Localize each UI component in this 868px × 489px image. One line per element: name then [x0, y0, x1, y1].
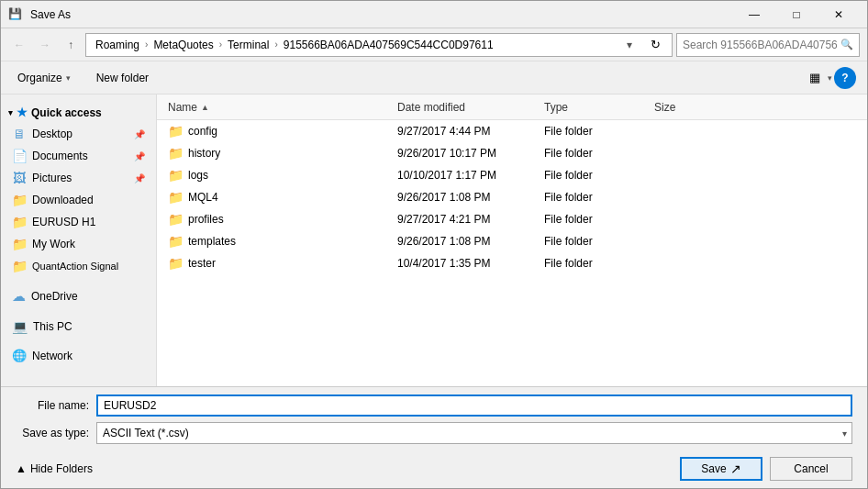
folder-icon: 📁 — [168, 234, 183, 249]
sidebar-item-onedrive[interactable]: ☁ OneDrive — [1, 284, 156, 308]
sidebar-item-downloaded-label: Downloaded — [32, 194, 94, 206]
quantaction-folder-icon: 📁 — [12, 259, 27, 273]
file-date: 9/26/2017 1:08 PM — [397, 191, 544, 204]
filetype-select-wrapper[interactable]: ASCII Text (*.csv) All Files (*.*) — [96, 422, 852, 444]
file-list-header: Name ▲ Date modified Type Size — [157, 94, 867, 120]
view-icon-button[interactable]: ▦ — [804, 67, 826, 89]
file-name: logs — [188, 169, 397, 182]
sidebar-item-network[interactable]: 🌐 Network — [1, 345, 156, 366]
onedrive-section: ☁ OneDrive — [1, 281, 156, 312]
file-name: config — [188, 125, 397, 138]
desktop-pin-icon: 📌 — [134, 129, 145, 139]
help-button[interactable]: ? — [834, 67, 856, 89]
title-bar: 💾 Save As — □ ✕ — [1, 1, 867, 28]
form-area: File name: Save as type: ASCII Text (*.c… — [1, 387, 867, 451]
address-dropdown-button[interactable]: ▾ — [618, 34, 640, 56]
maximize-button[interactable]: □ — [775, 1, 818, 28]
file-type: File folder — [544, 169, 654, 182]
file-list: 📁 config 9/27/2017 4:44 PM File folder 📁… — [157, 120, 867, 386]
search-input[interactable] — [683, 39, 837, 51]
quick-access-section: ▾ ★ Quick access 🖥 Desktop 📌 📄 Documents… — [1, 98, 156, 281]
crumb-metaquotes[interactable]: MetaQuotes — [150, 37, 217, 53]
sidebar-item-desktop[interactable]: 🖥 Desktop 📌 — [1, 123, 156, 145]
table-row[interactable]: 📁 templates 9/26/2017 1:08 PM File folde… — [157, 230, 867, 252]
pictures-pin-icon: 📌 — [134, 173, 145, 183]
quick-access-arrow: ▾ — [8, 108, 13, 117]
window-controls: — □ ✕ — [733, 1, 860, 28]
toolbar: ← → ↑ Roaming › MetaQuotes › Terminal › … — [1, 28, 867, 61]
filetype-select[interactable]: ASCII Text (*.csv) All Files (*.*) — [96, 422, 852, 444]
filetype-label: Save as type: — [16, 427, 89, 439]
file-date: 10/4/2017 1:35 PM — [397, 257, 544, 270]
filename-label: File name: — [16, 399, 89, 412]
file-name: tester — [188, 257, 397, 270]
onedrive-icon: ☁ — [12, 288, 26, 305]
thispc-section: 💻 This PC — [1, 312, 156, 341]
sidebar-item-quantaction[interactable]: 📁 QuantAction Signal — [1, 255, 156, 277]
sidebar-item-thispc[interactable]: 💻 This PC — [1, 316, 156, 338]
sort-arrow-name: ▲ — [201, 103, 209, 112]
address-bar[interactable]: Roaming › MetaQuotes › Terminal › 915566… — [85, 33, 673, 57]
crumb-hash[interactable]: 915566BA06ADA407569C544CC0D97611 — [280, 37, 497, 53]
table-row[interactable]: 📁 logs 10/10/2017 1:17 PM File folder — [157, 164, 867, 186]
organize-button[interactable]: Organize ▾ — [12, 66, 76, 90]
close-button[interactable]: ✕ — [818, 1, 860, 28]
save-label: Save — [701, 462, 726, 475]
sidebar-item-eurusd[interactable]: 📁 EURUSD H1 — [1, 211, 156, 233]
hide-folders-button[interactable]: ▲ Hide Folders — [16, 462, 93, 475]
refresh-button[interactable]: ↻ — [644, 34, 666, 56]
save-button[interactable]: Save ↗ — [680, 457, 762, 481]
file-name: MQL4 — [188, 191, 397, 204]
file-date: 9/27/2017 4:21 PM — [397, 213, 544, 226]
quick-access-header[interactable]: ▾ ★ Quick access — [1, 102, 156, 123]
crumb-terminal[interactable]: Terminal — [224, 37, 273, 53]
sidebar-item-mywork[interactable]: 📁 My Work — [1, 233, 156, 255]
sidebar-item-documents[interactable]: 📄 Documents 📌 — [1, 145, 156, 167]
button-row: ▲ Hide Folders Save ↗ Cancel — [1, 451, 867, 488]
sidebar-item-network-label: Network — [32, 350, 72, 362]
eurusd-folder-icon: 📁 — [12, 215, 27, 229]
table-row[interactable]: 📁 config 9/27/2017 4:44 PM File folder — [157, 120, 867, 142]
search-box[interactable]: 🔍 — [676, 33, 860, 57]
organize-label: Organize — [17, 72, 62, 84]
file-name: profiles — [188, 213, 397, 226]
star-icon: ★ — [17, 106, 28, 119]
action-bar: Organize ▾ New folder ▦ ▾ ? — [1, 61, 867, 94]
folder-icon: 📁 — [168, 168, 183, 183]
file-name: history — [188, 147, 397, 160]
folder-icon: 📁 — [168, 146, 183, 161]
minimize-button[interactable]: — — [733, 1, 775, 28]
new-folder-button[interactable]: New folder — [91, 66, 154, 90]
file-type: File folder — [544, 191, 654, 204]
col-header-size[interactable]: Size — [654, 101, 728, 114]
file-type: File folder — [544, 147, 654, 160]
table-row[interactable]: 📁 profiles 9/27/2017 4:21 PM File folder — [157, 208, 867, 230]
cancel-button[interactable]: Cancel — [770, 457, 852, 481]
network-section: 🌐 Network — [1, 341, 156, 370]
sidebar-item-onedrive-label: OneDrive — [31, 290, 78, 303]
filename-input[interactable] — [96, 395, 852, 417]
forward-button[interactable]: → — [34, 34, 56, 56]
mywork-folder-icon: 📁 — [12, 237, 27, 251]
downloaded-folder-icon: 📁 — [12, 193, 27, 207]
col-header-type[interactable]: Type — [544, 101, 654, 114]
sidebar-item-pictures[interactable]: 🖼 Pictures 📌 — [1, 167, 156, 189]
crumb-roaming[interactable]: Roaming — [92, 37, 143, 53]
filetype-row: Save as type: ASCII Text (*.csv) All Fil… — [16, 422, 852, 444]
search-icon: 🔍 — [840, 39, 853, 50]
window-title: Save As — [30, 8, 71, 21]
back-button[interactable]: ← — [8, 34, 30, 56]
col-header-date[interactable]: Date modified — [397, 101, 544, 114]
table-row[interactable]: 📁 history 9/26/2017 10:17 PM File folder — [157, 142, 867, 164]
sidebar-item-quantaction-label: QuantAction Signal — [32, 261, 118, 272]
sidebar-item-downloaded[interactable]: 📁 Downloaded — [1, 189, 156, 211]
up-button[interactable]: ↑ — [60, 34, 82, 56]
documents-pin-icon: 📌 — [134, 151, 145, 161]
sidebar-item-pictures-label: Pictures — [32, 172, 72, 184]
col-header-name[interactable]: Name ▲ — [168, 101, 397, 114]
table-row[interactable]: 📁 MQL4 9/26/2017 1:08 PM File folder — [157, 186, 867, 208]
table-row[interactable]: 📁 tester 10/4/2017 1:35 PM File folder — [157, 252, 867, 274]
documents-folder-icon: 📄 — [12, 149, 27, 163]
pictures-folder-icon: 🖼 — [12, 171, 27, 185]
file-date: 9/26/2017 10:17 PM — [397, 147, 544, 160]
